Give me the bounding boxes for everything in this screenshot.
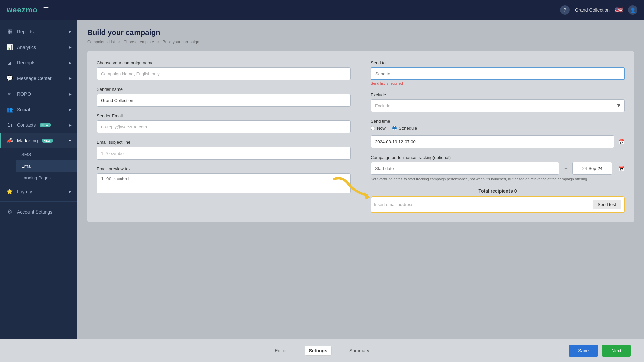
sender-email-label: Sender Email [97, 113, 351, 118]
test-email-input[interactable] [374, 202, 590, 207]
subject-label: Email subject line [97, 140, 351, 145]
svg-marker-0 [364, 192, 370, 200]
topbar: weezmo ☰ ? Grand Collection 🇺🇸 👤 [0, 0, 644, 20]
tracking-hint: Set Start/End dates to start tracking ca… [371, 177, 625, 182]
send-to-error: Send list is required [371, 81, 625, 85]
radio-now-input[interactable] [371, 126, 375, 130]
sender-name-label: Sender name [97, 87, 351, 92]
sidebar-item-social[interactable]: 👥 Social ▶ [0, 102, 77, 117]
arrow-icon: → [564, 166, 568, 171]
test-email-box: Send test [371, 196, 625, 213]
right-form-section: Send to Send list is required Exclude Ex… [371, 60, 625, 213]
topbar-left: weezmo ☰ [7, 6, 49, 14]
radio-schedule-label: Schedule [399, 126, 417, 131]
tab-settings[interactable]: Settings [305, 346, 332, 356]
sidebar-sub-landing-pages[interactable]: Landing Pages [16, 172, 77, 184]
contacts-icon: 🗂 [6, 122, 13, 128]
bottom-tabs: Editor Settings Summary [271, 346, 373, 356]
layout: ▦ Reports ▶ 📊 Analytics ▶ 🖨 Receipts ▶ 💬… [0, 20, 644, 362]
sidebar-label-account-settings: Account Settings [17, 209, 52, 215]
sidebar-label-receipts: Receipts [17, 60, 35, 65]
settings-icon: ⚙ [6, 208, 13, 215]
tracking-start-input[interactable] [371, 162, 559, 175]
send-to-input[interactable] [371, 67, 625, 80]
exclude-label: Exclude [371, 92, 625, 97]
marketing-sub-menu: SMS Email Landing Pages [0, 148, 77, 184]
annotation-wrapper: Send test [371, 196, 625, 213]
sidebar-label-contacts: Contacts [17, 122, 36, 128]
sender-email-group: Sender Email [97, 113, 351, 133]
ropo-icon: ∞ [6, 91, 13, 97]
contacts-badge: NEW! [40, 123, 51, 127]
sidebar-item-loyalty[interactable]: ⭐ Loyalty ▶ [0, 184, 77, 199]
breadcrumb-choose-template[interactable]: Choose template [123, 40, 154, 44]
radio-schedule-input[interactable] [392, 126, 397, 130]
tab-summary[interactable]: Summary [345, 346, 373, 355]
breadcrumb: Campaigns List > Choose template > Build… [87, 40, 634, 44]
bottom-bar: Editor Settings Summary Save Next [0, 339, 644, 362]
sidebar-sub-email[interactable]: Email [16, 160, 77, 172]
chevron-right-icon: ▶ [69, 108, 72, 111]
help-icon[interactable]: ? [560, 5, 570, 15]
bottom-actions: Save Next [569, 345, 631, 357]
main-content: Build your campaign Campaigns List > Cho… [77, 20, 644, 362]
sidebar-item-analytics[interactable]: 📊 Analytics ▶ [0, 39, 77, 55]
sidebar-label-message-center: Message Center [17, 76, 52, 81]
tracking-date-row: → 24-Sep-24 📅 [371, 162, 625, 175]
save-button[interactable]: Save [569, 345, 598, 357]
hamburger-icon[interactable]: ☰ [43, 6, 49, 14]
preview-textarea[interactable] [97, 173, 351, 193]
preview-group: Email preview text [97, 166, 351, 195]
sidebar: ▦ Reports ▶ 📊 Analytics ▶ 🖨 Receipts ▶ 💬… [0, 20, 77, 362]
sidebar-item-contacts[interactable]: 🗂 Contacts NEW! ▶ [0, 117, 77, 133]
social-icon: 👥 [6, 106, 13, 113]
sidebar-label-analytics: Analytics [17, 45, 36, 50]
scheduled-datetime-input[interactable] [371, 135, 614, 148]
radio-now[interactable]: Now [371, 126, 386, 131]
sidebar-label-marketing: Marketing [17, 138, 38, 143]
chevron-right-icon: ▶ [69, 29, 72, 33]
reports-icon: ▦ [6, 28, 13, 35]
sidebar-sub-sms[interactable]: SMS [16, 148, 77, 160]
sender-name-group: Sender name [97, 87, 351, 107]
left-form-section: Choose your campaign name Sender name Se… [97, 60, 351, 213]
subject-group: Email subject line [97, 140, 351, 160]
subject-input[interactable] [97, 147, 351, 160]
chevron-right-icon: ▶ [69, 76, 72, 80]
tab-editor[interactable]: Editor [271, 346, 291, 355]
chevron-right-icon: ▶ [69, 61, 72, 65]
topbar-right: ? Grand Collection 🇺🇸 👤 [560, 5, 637, 15]
breadcrumb-sep-1: > [118, 40, 121, 44]
sidebar-item-receipts[interactable]: 🖨 Receipts ▶ [0, 55, 77, 70]
sidebar-label-loyalty: Loyalty [17, 189, 32, 194]
tracking-end-date: 24-Sep-24 [572, 162, 612, 175]
sidebar-item-marketing[interactable]: 📣 Marketing NEW! ▼ [0, 133, 77, 148]
sender-email-input[interactable] [97, 120, 351, 133]
total-recipients: Total recipients 0 [371, 188, 625, 194]
campaign-name-input[interactable] [97, 67, 351, 80]
sidebar-label-reports: Reports [17, 29, 34, 34]
sender-name-input[interactable] [97, 94, 351, 107]
send-test-button[interactable]: Send test [593, 200, 621, 209]
sidebar-item-reports[interactable]: ▦ Reports ▶ [0, 23, 77, 39]
analytics-icon: 📊 [6, 44, 13, 50]
next-button[interactable]: Next [602, 345, 631, 357]
exclude-select[interactable]: Exclude [371, 99, 625, 112]
calendar-icon[interactable]: 📅 [618, 139, 625, 145]
marketing-badge: NEW! [42, 139, 53, 143]
breadcrumb-campaigns-list[interactable]: Campaigns List [87, 40, 115, 44]
user-avatar[interactable]: 👤 [628, 5, 637, 15]
exclude-group: Exclude Exclude ▼ [371, 92, 625, 112]
sidebar-divider [0, 201, 77, 202]
tracking-calendar-icon[interactable]: 📅 [618, 165, 625, 172]
sidebar-item-ropo[interactable]: ∞ ROPO ▶ [0, 86, 77, 102]
sidebar-item-account-settings[interactable]: ⚙ Account Settings [0, 204, 77, 220]
sidebar-item-message-center[interactable]: 💬 Message Center ▶ [0, 70, 77, 86]
chevron-down-icon: ▼ [68, 139, 72, 142]
chevron-right-icon: ▶ [69, 190, 72, 193]
receipts-icon: 🖨 [6, 60, 13, 66]
send-to-group: Send to Send list is required [371, 60, 625, 85]
radio-schedule[interactable]: Schedule [392, 126, 417, 131]
campaign-name-label: Choose your campaign name [97, 60, 351, 65]
chevron-right-icon: ▶ [69, 92, 72, 96]
